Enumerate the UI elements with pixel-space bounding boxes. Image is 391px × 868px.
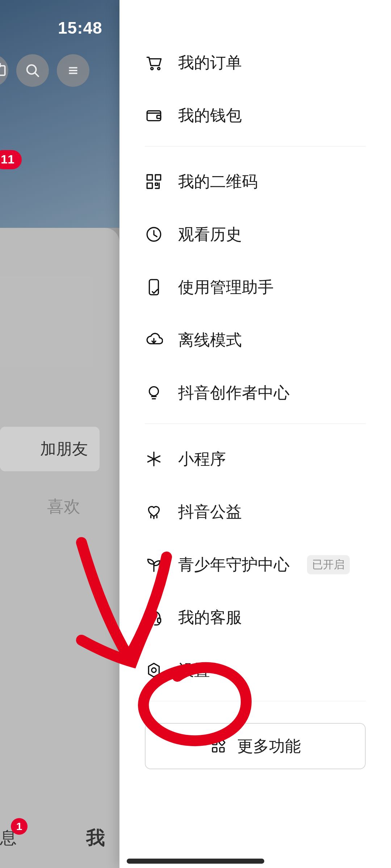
menu-divider [145,424,366,424]
menu-item-customer-service[interactable]: 我的客服 [119,591,391,644]
new-window-icon [0,62,8,79]
svg-point-16 [150,387,159,396]
svg-rect-21 [213,740,217,745]
teen-mode-status-tag: 已开启 [307,555,350,574]
menu-item-label: 我的钱包 [178,105,242,126]
nav-item-me[interactable]: 我 [86,825,105,851]
menu-item-label: 观看历史 [178,224,242,245]
svg-point-20 [152,668,156,673]
nav-messages-badge: 1 [11,818,28,835]
svg-rect-11 [147,175,152,180]
home-indicator[interactable] [127,859,264,864]
menu-item-label: 青少年守护中心 [178,554,290,575]
svg-rect-22 [213,748,217,752]
svg-rect-18 [157,618,160,623]
menu-item-offline[interactable]: 离线模式 [119,314,391,366]
menu-button[interactable] [57,54,89,87]
menu-item-creator-center[interactable]: 抖音创作者中心 [119,366,391,419]
svg-rect-24 [219,740,225,746]
menu-item-wallet[interactable]: 我的钱包 [119,89,391,142]
menu-item-label: 小程序 [178,448,226,470]
menu-item-qrcode[interactable]: 我的二维码 [119,155,391,208]
app-root: 15:48 11 加朋友 喜欢 息 1 我 [0,0,391,868]
menu-item-label: 抖音公益 [178,501,242,523]
menu-item-miniprogram[interactable]: 小程序 [119,433,391,485]
menu-item-label: 设置 [178,660,210,681]
menu-item-label: 我的订单 [178,52,242,73]
top-icon-row [0,54,89,87]
search-icon [24,62,41,79]
menu-item-charity[interactable]: 抖音公益 [119,485,391,538]
svg-point-2 [27,65,36,74]
notification-badge[interactable]: 11 [0,150,22,169]
svg-marker-19 [148,663,159,677]
svg-point-8 [157,68,160,70]
bottom-nav: 息 1 我 [0,825,119,851]
more-features-label: 更多功能 [237,736,301,757]
menu-divider [145,146,366,146]
menu-item-label: 我的客服 [178,607,242,628]
spark-icon [145,450,163,468]
svg-rect-12 [155,175,161,180]
add-friend-button[interactable]: 加朋友 [0,427,100,471]
tab-like[interactable]: 喜欢 [47,495,80,518]
settings-icon [145,661,163,679]
svg-line-3 [35,73,39,77]
nav-item-messages[interactable]: 息 1 [0,827,17,849]
hamburger-icon [65,62,81,79]
headset-icon [145,608,163,626]
search-button[interactable] [16,54,49,87]
svg-rect-23 [220,748,224,752]
side-drawer: 我的订单 我的钱包 我的二维码 观看历史 使用管理助手 [119,0,391,868]
menu-item-settings[interactable]: 设置 [119,644,391,697]
menu-item-history[interactable]: 观看历史 [119,208,391,261]
menu-item-label: 抖音创作者中心 [178,382,290,404]
clock-icon [145,225,163,243]
wallet-icon [145,106,163,124]
svg-point-7 [151,68,153,70]
cart-icon [145,54,163,72]
menu-item-label: 使用管理助手 [178,277,274,298]
new-window-button[interactable] [0,54,8,87]
svg-rect-13 [147,183,152,188]
menu-item-usage-assistant[interactable]: 使用管理助手 [119,261,391,314]
more-features-button[interactable]: 更多功能 [145,723,366,769]
menu-divider [145,701,366,701]
menu-item-teen-protection[interactable]: 青少年守护中心 已开启 [119,538,391,591]
svg-rect-10 [157,115,160,118]
sprout-icon [145,556,163,574]
menu-item-orders[interactable]: 我的订单 [119,36,391,89]
menu-item-label: 我的二维码 [178,171,258,192]
qrcode-icon [145,173,163,191]
status-bar-time: 15:48 [58,18,102,38]
heart-hands-icon [145,503,163,521]
cloud-download-icon [145,331,163,349]
svg-rect-0 [0,66,5,75]
svg-rect-17 [147,618,150,623]
menu-item-label: 离线模式 [178,329,242,351]
grid-plus-icon [210,737,227,755]
phone-check-icon [145,278,163,296]
lightbulb-icon [145,384,163,402]
